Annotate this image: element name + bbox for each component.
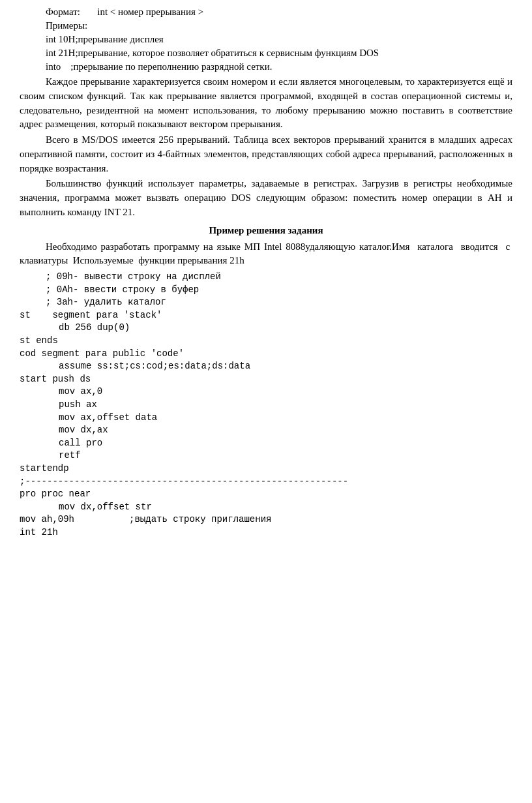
code-mov-ax-offset: mov ax,offset data: [20, 412, 512, 425]
code-db-256: db 256 dup(0): [20, 322, 512, 335]
code-call-pro: call pro: [20, 437, 512, 450]
para-functions: Большинство функций использует параметры…: [20, 177, 512, 219]
code-start-push-ds: start push ds: [20, 373, 512, 386]
para-interrupt-desc: Каждое прерывание характеризуется своим …: [20, 75, 512, 132]
format-line: Формат: int < номер прерывания >: [20, 5, 512, 19]
section-title-text: Пример решения задания: [209, 225, 323, 235]
code-comment-09h: ; 09h- вывести строку на дисплей: [20, 271, 512, 284]
code-mov-ax-0: mov ax,0: [20, 386, 512, 399]
para-msdos-count: Всего в MS/DOS имеется 256 прерываний. Т…: [20, 133, 512, 175]
code-push-ax: push ax: [20, 399, 512, 412]
code-retf: retf: [20, 449, 512, 462]
section-title: Пример решения задания: [20, 224, 512, 237]
example3: into ;прерывание по переполнению разрядн…: [20, 60, 512, 74]
example2: int 21Н;прерывание, которое позволяет об…: [20, 46, 512, 60]
examples-label: Примеры:: [20, 19, 512, 33]
code-mov-dx-ax: mov dx,ax: [20, 424, 512, 437]
para-task-desc: Необходимо разработать программу на язык…: [20, 240, 512, 269]
code-int-21h: int 21h: [20, 526, 512, 539]
code-st-ends: st ends: [20, 335, 512, 348]
code-block: ; 09h- вывести строку на дисплей ; 0Ah- …: [20, 271, 512, 539]
main-content: Формат: int < номер прерывания > Примеры…: [20, 5, 512, 539]
code-assume: assume ss:st;cs:cod;es:data;ds:data: [20, 360, 512, 373]
format-text: Формат: int < номер прерывания >: [46, 7, 203, 17]
code-cod-segment: cod segment para public 'code': [20, 348, 512, 361]
code-separator: ;---------------------------------------…: [20, 476, 512, 489]
code-startendp: startendp: [20, 462, 512, 476]
code-comment-3ah: ; 3ah- удалить каталог: [20, 296, 512, 309]
code-pro-proc: pro proc near: [20, 488, 512, 501]
code-mov-ah-09h: mov ah,09h ;выдать строку приглашения: [20, 513, 512, 526]
code-st-segment: st segment para 'stack': [20, 309, 512, 322]
code-mov-dx-str: mov dx,offset str: [20, 501, 512, 514]
example1: int 10Н;прерывание дисплея: [20, 33, 512, 46]
code-comment-0ah: ; 0Ah- ввести строку в буфер: [20, 284, 512, 297]
